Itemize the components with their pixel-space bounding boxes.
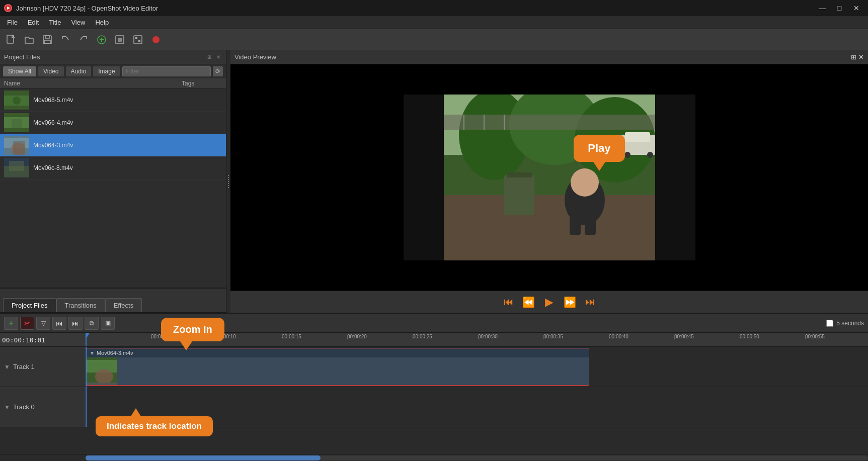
seconds-checkbox[interactable]	[826, 320, 833, 327]
record-button[interactable]	[148, 32, 164, 48]
new-button[interactable]	[3, 32, 19, 48]
svg-rect-12	[135, 37, 137, 39]
video-frame: Play	[404, 95, 695, 260]
jump-to-start-button[interactable]: ⏮	[52, 317, 66, 330]
files-table: Name Tags Mov068-5.m4v	[0, 78, 226, 288]
scrollbar-thumb[interactable]	[86, 455, 321, 460]
timecode-display: 00:00:10:01	[2, 333, 45, 347]
track-0-expand-icon[interactable]: ▼	[4, 404, 10, 411]
ruler-content[interactable]: 00:00:05 00:00:10 00:00:15 00:00:20 00:0…	[86, 333, 868, 346]
panel-pin-icon[interactable]: ⊞	[206, 54, 213, 61]
jump-to-end-button[interactable]: ⏭	[68, 317, 83, 330]
svg-rect-27	[9, 161, 24, 171]
video-preview-header: Video Preview ⊞ ✕	[230, 50, 868, 64]
clip-header: ▼ Mov064-3.m4v	[87, 348, 589, 357]
svg-point-14	[152, 36, 160, 43]
file-name: Mov06c-8.m4v	[33, 164, 182, 171]
svg-point-50	[647, 152, 653, 158]
seconds-control: 5 seconds	[826, 320, 864, 327]
file-row-selected[interactable]: Mov064-3.m4v	[0, 134, 226, 157]
svg-rect-43	[570, 210, 581, 235]
svg-rect-36	[444, 115, 655, 130]
svg-rect-5	[44, 40, 50, 44]
track-1-clip[interactable]: ▼ Mov064-3.m4v	[86, 348, 589, 386]
maximize-button[interactable]: □	[832, 3, 847, 14]
jump-end-button[interactable]: ⏭	[583, 295, 597, 309]
track-0-content[interactable]	[86, 387, 868, 427]
filter-tab-showall[interactable]: Show All	[3, 66, 36, 76]
track-0-name: Track 0	[13, 403, 35, 411]
file-row[interactable]: Mov068-5.m4v	[0, 89, 226, 112]
left-panel: Project Files ⊞ ✕ Show All Video Audio I…	[0, 50, 226, 313]
timeline-area: ＋ ✂ ▽ ⏮ ⏭ ⧉ ▣ Zoom In 5 seconds 00:00:10…	[0, 313, 868, 461]
video-controls: ⏮ ⏪ ▶ ⏩ ⏭	[230, 291, 868, 313]
panel-resize-handle[interactable]	[226, 50, 230, 313]
time-marker: 00:00:50	[740, 333, 759, 339]
minimize-button[interactable]: —	[815, 3, 830, 14]
panel-pin-icon-2[interactable]: ⊞	[851, 53, 856, 61]
undo-button[interactable]	[57, 32, 73, 48]
filter-tab-video[interactable]: Video	[38, 66, 63, 76]
panel-close-icon[interactable]: ✕	[215, 54, 222, 61]
menu-view[interactable]: View	[66, 18, 90, 27]
misc-button[interactable]: ▣	[101, 317, 115, 330]
time-marker: 00:00:35	[543, 333, 563, 339]
playhead[interactable]	[86, 333, 87, 346]
razor-button[interactable]: ✂	[20, 317, 34, 330]
timeline-scrollbar	[0, 454, 868, 461]
file-thumbnail	[4, 158, 29, 177]
file-thumbnail	[4, 113, 29, 132]
project-files-header: Project Files ⊞ ✕	[0, 50, 226, 64]
filter-tab-audio[interactable]: Audio	[66, 66, 92, 76]
save-button[interactable]	[39, 32, 55, 48]
track-1-expand-icon[interactable]: ▼	[4, 363, 10, 371]
filter-button[interactable]: ▽	[36, 317, 50, 330]
snapshot-button[interactable]: ⧉	[85, 317, 99, 330]
filter-clear-button[interactable]: ⟳	[213, 66, 223, 76]
file-row[interactable]: Mov06c-8.m4v	[0, 157, 226, 179]
menu-title[interactable]: Title	[44, 18, 66, 27]
import-button[interactable]	[94, 32, 110, 48]
panel-close-icon-2[interactable]: ✕	[858, 53, 864, 61]
menu-help[interactable]: Help	[90, 18, 114, 27]
time-marker: 00:00:45	[674, 333, 694, 339]
tab-project-files[interactable]: Project Files	[3, 298, 56, 312]
menu-edit[interactable]: Edit	[23, 18, 44, 27]
col-tags-header: Tags	[182, 80, 222, 87]
export-button[interactable]	[112, 32, 128, 48]
tab-effects[interactable]: Effects	[105, 298, 142, 312]
tab-transitions[interactable]: Transitions	[56, 298, 105, 312]
scrollbar-track[interactable]	[86, 455, 868, 460]
open-button[interactable]	[21, 32, 37, 48]
add-track-button[interactable]: ＋	[4, 317, 18, 330]
close-button[interactable]: ✕	[849, 3, 864, 14]
playhead-arrow	[86, 333, 90, 339]
window-controls: — □ ✕	[815, 3, 864, 14]
file-name: Mov064-3.m4v	[33, 142, 182, 149]
file-thumbnail	[4, 136, 29, 155]
time-marker: 00:00:15	[282, 333, 301, 339]
rewind-button[interactable]: ⏪	[522, 295, 536, 309]
filter-input[interactable]	[122, 66, 211, 76]
filter-tab-image[interactable]: Image	[93, 66, 120, 76]
fullscreen-button[interactable]	[130, 32, 146, 48]
play-button[interactable]: ▶	[542, 295, 557, 310]
track-playhead	[86, 347, 87, 387]
track-1-content[interactable]: ▼ Mov064-3.m4v	[86, 347, 868, 387]
clip-thumbnail	[87, 357, 117, 385]
redo-button[interactable]	[75, 32, 92, 48]
file-row[interactable]: Mov066-4.m4v	[0, 112, 226, 134]
svg-point-17	[13, 97, 21, 105]
track-playhead-0	[86, 387, 87, 427]
seconds-label: 5 seconds	[836, 320, 864, 327]
track-row-1: ▼ Track 1 ▼ Mov064-3.m4v	[0, 347, 868, 387]
svg-rect-48	[625, 132, 650, 142]
svg-rect-2	[7, 35, 14, 43]
track-1-name: Track 1	[13, 363, 35, 371]
time-marker: 00:00:55	[805, 333, 825, 339]
project-files-panel: Project Files ⊞ ✕ Show All Video Audio I…	[0, 50, 226, 289]
jump-start-button[interactable]: ⏮	[502, 295, 516, 309]
svg-rect-10	[118, 38, 122, 42]
menu-file[interactable]: File	[2, 18, 23, 27]
fast-forward-button[interactable]: ⏩	[563, 295, 577, 309]
